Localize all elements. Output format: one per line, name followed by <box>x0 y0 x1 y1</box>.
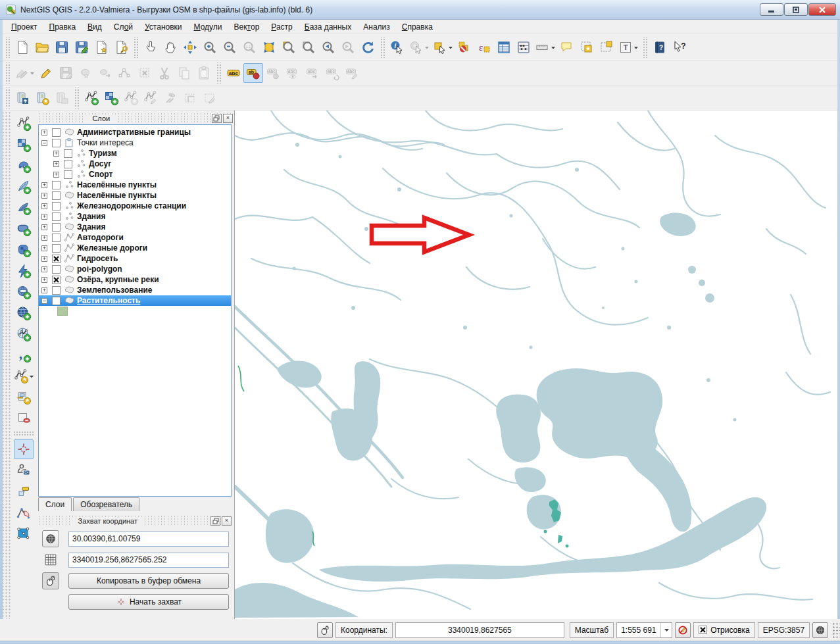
layer-visibility-checkbox[interactable] <box>52 286 61 295</box>
zoom-last-button[interactable] <box>318 37 338 57</box>
add-raster-layer-button[interactable] <box>14 135 34 155</box>
menu-10[interactable]: Анализ <box>357 20 396 34</box>
layers-panel-header[interactable]: Слои × <box>38 112 233 124</box>
layer-row[interactable]: +Досуг <box>39 159 231 169</box>
coordinate-capture-button[interactable] <box>14 439 34 459</box>
pan-map-button[interactable] <box>161 37 180 57</box>
add-oracle-layer-button[interactable] <box>14 219 34 239</box>
deselect-features-button[interactable] <box>455 37 474 57</box>
new-project-button[interactable] <box>12 37 32 57</box>
layer-visibility-checkbox[interactable] <box>52 212 61 221</box>
expand-icon[interactable]: + <box>41 214 47 220</box>
layer-row[interactable]: +Туризм <box>39 148 231 159</box>
menu-2[interactable]: Правка <box>43 20 82 34</box>
expand-icon[interactable]: + <box>53 172 59 178</box>
stop-render-button[interactable] <box>675 622 691 638</box>
new-bookmark-button[interactable] <box>577 37 597 57</box>
layer-visibility-checkbox[interactable] <box>52 255 61 263</box>
touch-zoom-button[interactable] <box>141 37 161 57</box>
collapse-icon[interactable]: – <box>41 140 47 146</box>
azimuth-measure-button[interactable] <box>14 503 34 522</box>
help-contents-button[interactable]: ? <box>650 37 670 57</box>
select-by-expression-button[interactable]: ε <box>474 37 494 57</box>
scale-combo[interactable]: 1:555 691 <box>616 622 672 638</box>
render-checkbox[interactable]: Отрисовка <box>693 622 755 638</box>
expand-icon[interactable]: + <box>41 235 47 241</box>
statistics-button[interactable] <box>514 37 533 57</box>
new-temp-layer-button[interactable] <box>14 387 34 407</box>
layer-visibility-checkbox[interactable] <box>52 139 61 147</box>
expand-icon[interactable]: + <box>41 203 47 209</box>
new-shapefile-layer-button[interactable] <box>12 366 36 386</box>
open-attribute-table-button[interactable] <box>494 37 514 57</box>
layers-panel-float-button[interactable] <box>212 114 222 123</box>
toolbar-handle[interactable] <box>642 37 648 58</box>
layer-row[interactable]: –Растительность <box>39 295 231 306</box>
add-mssql-layer-button[interactable] <box>14 198 34 218</box>
layer-visibility-checkbox[interactable] <box>52 265 61 274</box>
map-canvas[interactable] <box>234 111 837 619</box>
new-print-composer-button[interactable] <box>91 37 111 57</box>
projected-coordinates-field[interactable] <box>68 553 229 568</box>
layer-row[interactable]: +Населённые пункты <box>39 180 231 190</box>
refresh-map-button[interactable] <box>358 37 378 57</box>
copy-to-clipboard-button[interactable]: Копировать в буфер обмена <box>68 573 229 589</box>
label-highlighted-button[interactable]: ab <box>243 63 263 83</box>
layer-visibility-checkbox[interactable] <box>52 234 61 242</box>
chevron-down-icon[interactable] <box>660 623 672 637</box>
show-bookmarks-button[interactable] <box>597 37 616 57</box>
toolbar-handle[interactable] <box>133 37 139 58</box>
layer-row[interactable]: +Гидросеть <box>39 253 231 264</box>
close-button[interactable] <box>808 3 836 16</box>
toolbar-handle[interactable] <box>13 431 34 437</box>
layers-panel-close-button[interactable]: × <box>223 114 233 123</box>
save-project-as-button[interactable] <box>72 37 91 57</box>
expand-icon[interactable]: + <box>53 151 59 157</box>
layer-row[interactable]: +Здания <box>39 211 231 222</box>
expand-icon[interactable]: + <box>41 130 47 136</box>
layer-visibility-checkbox[interactable] <box>52 181 61 189</box>
expand-icon[interactable]: + <box>41 266 47 272</box>
dock-drag-handle[interactable] <box>3 111 11 619</box>
layer-visibility-checkbox[interactable] <box>52 202 61 211</box>
layer-row[interactable]: +Спорт <box>39 169 231 180</box>
save-project-button[interactable] <box>52 37 72 57</box>
add-wfs-layer-button[interactable] <box>14 303 34 323</box>
crs-select-button[interactable] <box>42 530 59 547</box>
layer-row[interactable]: +Озёра, крупные реки <box>39 274 231 285</box>
zoom-out-button[interactable] <box>220 37 239 57</box>
layer-visibility-checkbox[interactable] <box>64 160 72 168</box>
add-wcs-layer-button[interactable] <box>14 282 34 302</box>
map-tips-button[interactable] <box>557 37 577 57</box>
collapse-icon[interactable]: – <box>41 298 47 304</box>
identify-features-button[interactable]: i <box>387 37 407 57</box>
add-db-layer-button[interactable] <box>14 240 34 260</box>
layer-visibility-checkbox[interactable] <box>52 191 61 200</box>
layer-labeling-button[interactable]: abc <box>224 63 243 83</box>
toolbar-handle[interactable] <box>5 87 11 109</box>
menu-3[interactable]: Вид <box>82 20 108 34</box>
whats-this-button[interactable]: ? <box>670 37 689 57</box>
menu-4[interactable]: Слой <box>108 20 139 34</box>
layer-visibility-checkbox[interactable] <box>64 149 72 158</box>
maximize-button[interactable] <box>784 3 808 16</box>
toggle-editing-button[interactable] <box>36 63 56 83</box>
expand-icon[interactable]: + <box>41 193 47 199</box>
expand-icon[interactable]: + <box>41 182 47 188</box>
expand-icon[interactable]: + <box>41 224 47 230</box>
coord-panel-close-button[interactable]: × <box>222 516 232 526</box>
tab-browser[interactable]: Обозреватель <box>73 497 139 511</box>
measure-button[interactable] <box>533 37 557 57</box>
open-project-button[interactable] <box>32 37 52 57</box>
statusbar-mouse-tracking-toggle[interactable] <box>317 622 333 638</box>
toolbar-handle[interactable] <box>380 37 385 58</box>
zoom-in-button[interactable] <box>200 37 220 57</box>
new-vector-layer-button[interactable] <box>82 88 101 108</box>
layer-row[interactable]: +Землепользование <box>39 285 231 295</box>
coord-panel-header[interactable]: Захват координат × <box>38 515 232 526</box>
zoom-to-selection-button[interactable] <box>279 37 299 57</box>
start-capture-button[interactable]: Начать захват <box>68 594 229 610</box>
coord-panel-float-button[interactable] <box>210 516 220 526</box>
menu-1[interactable]: Проект <box>5 20 43 34</box>
layer-row[interactable]: –Точки интереса <box>39 137 231 148</box>
